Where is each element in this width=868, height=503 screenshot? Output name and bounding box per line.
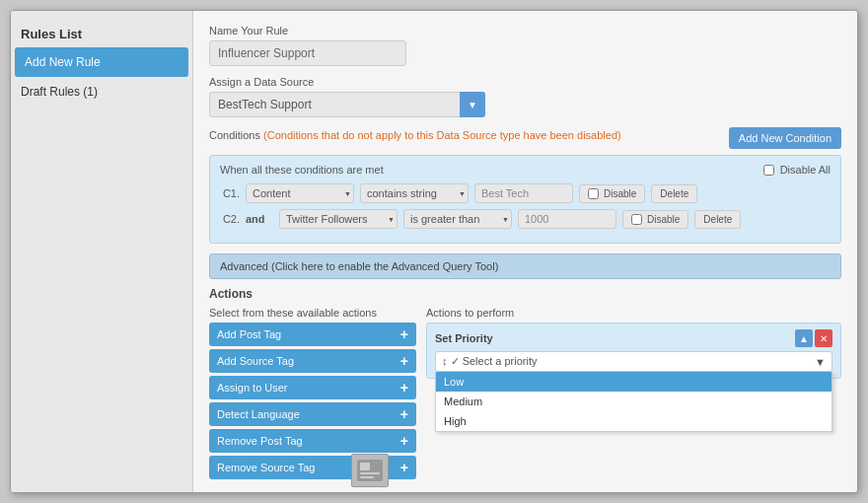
action-add-post-tag[interactable]: Add Post Tag + (209, 323, 416, 346)
condition-2-field-wrapper: Twitter Followers (279, 209, 398, 229)
rule-name-label: Name Your Rule (209, 25, 841, 36)
when-conditions-label: When all these conditions are met (220, 164, 384, 176)
action-assign-to-user[interactable]: Assign to User + (209, 376, 416, 399)
condition-1-delete-button[interactable]: Delete (651, 184, 697, 203)
condition-row-2: C2. and Twitter Followers is greater tha… (220, 209, 831, 229)
perform-actions-title: Actions to perform (426, 307, 841, 319)
action-remove-post-tag[interactable]: Remove Post Tag + (209, 429, 416, 453)
priority-dropdown-list: Low Medium High (435, 372, 832, 432)
svg-rect-1 (360, 463, 370, 470)
sidebar-item-draft-rules[interactable]: Draft Rules (1) (11, 77, 192, 107)
condition-2-operator-wrapper: is greater than (403, 209, 512, 229)
priority-dropdown-wrapper: ↕ ✓ Select a priority ▼ Low Medium High (435, 351, 832, 372)
set-priority-box: Set Priority ▲ ✕ ↕ ✓ Select a priority ▼ (426, 323, 841, 379)
action-add-source-tag-icon: + (400, 354, 408, 368)
advanced-bar[interactable]: Advanced (Click here to enable the Advan… (209, 253, 841, 279)
disable-all-label: Disable All (780, 164, 831, 176)
action-remove-source-tag-label: Remove Source Tag (217, 462, 315, 473)
perform-actions-panel: Actions to perform Set Priority ▲ ✕ ↕ ✓ … (426, 307, 841, 482)
priority-controls: ▲ ✕ (795, 329, 832, 347)
condition-2-operator-select[interactable]: is greater than (403, 209, 512, 229)
actions-title: Actions (209, 287, 841, 301)
conditions-header-row: Conditions (Conditions that do not apply… (209, 127, 841, 149)
actions-section: Actions Select from these available acti… (209, 287, 841, 482)
conditions-section: Conditions (Conditions that do not apply… (209, 127, 841, 244)
action-thumbnail-preview (351, 454, 389, 487)
condition-1-operator-select[interactable]: contains string (360, 183, 469, 203)
priority-title: Set Priority (435, 332, 493, 344)
priority-select-arrow: ▼ (815, 356, 826, 368)
disable-all-checkbox[interactable] (763, 165, 774, 176)
condition-2-and-label: and (246, 213, 273, 225)
datasource-select-wrapper: BestTech Support ▼ (209, 92, 485, 117)
action-add-post-tag-label: Add Post Tag (217, 328, 281, 340)
priority-select-checkmark: ↕ ✓ Select a priority (442, 355, 537, 368)
sidebar: Rules List Add New Rule Draft Rules (1) (11, 11, 193, 492)
condition-1-disable-button[interactable]: Disable (579, 184, 645, 203)
action-remove-source-tag[interactable]: Remove Source Tag + (209, 456, 416, 479)
priority-close-button[interactable]: ✕ (815, 329, 832, 347)
condition-2-disable-label: Disable (647, 214, 680, 225)
action-add-source-tag[interactable]: Add Source Tag + (209, 349, 416, 373)
rule-name-section: Name Your Rule (209, 25, 841, 66)
sidebar-item-add-new-rule[interactable]: Add New Rule (15, 47, 188, 77)
conditions-warning: (Conditions that do not apply to this Da… (263, 129, 621, 141)
thumbnail-icon (355, 458, 385, 483)
condition-2-disable-checkbox[interactable] (631, 214, 642, 225)
condition-2-disable-button[interactable]: Disable (622, 210, 688, 229)
condition-1-field-select[interactable]: Content (246, 183, 354, 203)
conditions-label: Conditions (209, 129, 260, 141)
available-actions-title: Select from these available actions (209, 307, 416, 319)
action-detect-language-label: Detect Language (217, 408, 300, 420)
conditions-box: When all these conditions are met Disabl… (209, 155, 841, 244)
action-assign-to-user-label: Assign to User (217, 382, 288, 394)
action-add-source-tag-label: Add Source Tag (217, 355, 294, 367)
datasource-label: Assign a Data Source (209, 76, 841, 88)
action-remove-post-tag-label: Remove Post Tag (217, 435, 303, 447)
condition-1-operator-wrapper: contains string (360, 183, 469, 203)
actions-container: Select from these available actions Add … (209, 307, 841, 482)
add-condition-button[interactable]: Add New Condition (729, 127, 841, 149)
rule-name-input[interactable] (209, 40, 406, 66)
condition-1-value-input[interactable] (474, 183, 573, 203)
condition-2-id: C2. (220, 213, 240, 225)
condition-2-value-input[interactable] (518, 209, 616, 229)
conditions-box-header: When all these conditions are met Disabl… (220, 164, 831, 176)
sidebar-title: Rules List (11, 21, 192, 47)
priority-option-high[interactable]: High (436, 411, 832, 431)
main-content: Name Your Rule Assign a Data Source Best… (193, 11, 857, 492)
svg-rect-2 (360, 472, 380, 474)
priority-select-value: Select a priority (463, 355, 538, 367)
condition-2-delete-button[interactable]: Delete (694, 210, 741, 229)
disable-all: Disable All (763, 164, 831, 176)
priority-header: Set Priority ▲ ✕ (435, 329, 832, 347)
condition-2-field-select[interactable]: Twitter Followers (279, 209, 398, 229)
priority-select-display[interactable]: ↕ ✓ Select a priority ▼ (435, 351, 832, 372)
svg-rect-3 (360, 476, 374, 478)
action-remove-source-tag-icon: + (400, 461, 408, 474)
available-actions-panel: Select from these available actions Add … (209, 307, 416, 482)
priority-up-button[interactable]: ▲ (795, 329, 813, 347)
action-detect-language[interactable]: Detect Language + (209, 402, 416, 426)
action-remove-post-tag-icon: + (400, 434, 408, 448)
action-assign-to-user-icon: + (400, 381, 408, 395)
condition-1-field-wrapper: Content (246, 183, 354, 203)
condition-1-disable-label: Disable (604, 188, 636, 199)
action-detect-language-icon: + (400, 407, 408, 421)
priority-option-medium[interactable]: Medium (436, 392, 832, 411)
priority-option-low[interactable]: Low (436, 372, 832, 392)
condition-1-id: C1. (220, 187, 240, 199)
conditions-header: Conditions (Conditions that do not apply… (209, 129, 621, 141)
condition-1-disable-checkbox[interactable] (588, 188, 599, 199)
condition-row-1: C1. Content contains string D (220, 183, 831, 203)
datasource-select[interactable]: BestTech Support (209, 92, 485, 117)
datasource-section: Assign a Data Source BestTech Support ▼ (209, 76, 841, 117)
action-add-post-tag-icon: + (400, 327, 408, 341)
